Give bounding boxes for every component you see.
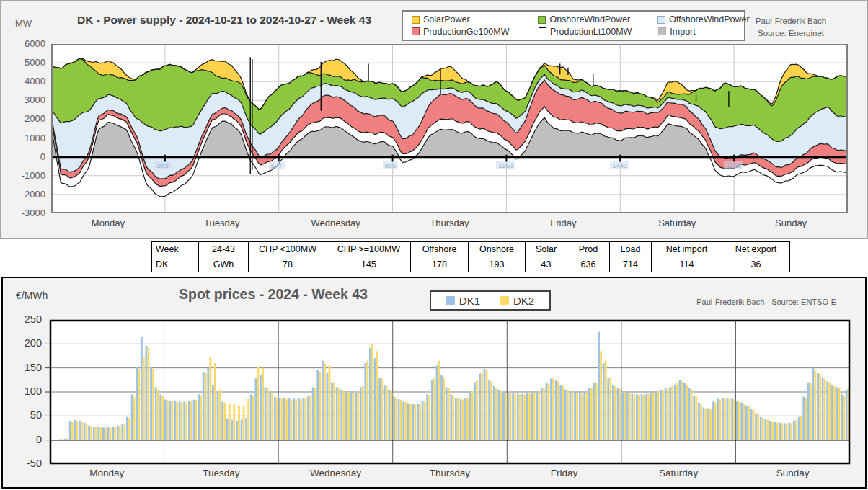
table-header-cell: Offshore — [411, 242, 469, 257]
legend-item: ProductionLt100MW — [539, 27, 658, 37]
spot-price-plot — [50, 320, 850, 464]
power-supply-plot — [51, 44, 848, 213]
axis-watermark: 865 — [383, 161, 399, 169]
legend-item: ProductionGe100MW — [412, 27, 539, 37]
axis-watermark: 577 — [269, 161, 285, 169]
power-supply-title: DK - Power supply - 2024-10-21 to 2024-1… — [55, 14, 394, 27]
dashboard: MW DK - Power supply - 2024-10-21 to 202… — [0, 0, 868, 490]
top-attribution: Paul-Frederik Bach Source: Energinet — [733, 15, 849, 39]
legend-swatch-icon — [412, 27, 420, 35]
table-value-cell: 78 — [249, 257, 327, 272]
top-y-tick-label: -1000 — [6, 170, 45, 181]
top-y-tick-label: 3000 — [6, 94, 45, 105]
top-y-tick-label: 2000 — [6, 113, 45, 124]
top-y-axis-unit: MW — [15, 18, 32, 29]
table-header-cell: CHP <100MW — [249, 242, 327, 257]
legend-swatch-icon — [539, 27, 546, 35]
bottom-day-label: Friday — [507, 468, 621, 478]
table-value-cell: GWh — [199, 257, 249, 272]
table-value-cell: 193 — [469, 257, 526, 272]
legend-item: SolarPower — [412, 14, 538, 24]
top-day-label: Thursday — [393, 218, 507, 228]
top-day-label: Saturday — [620, 218, 734, 228]
table-header-cell: Net import — [652, 242, 722, 257]
legend-item: Import — [658, 27, 744, 37]
top-day-label: Tuesday — [165, 218, 279, 228]
legend-swatch-icon — [446, 296, 455, 305]
axis-watermark: 1153 — [496, 161, 515, 169]
bottom-y-tick-label: 0 — [9, 434, 42, 445]
bottom-y-tick-label: 200 — [9, 337, 42, 349]
legend-item-label: DK2 — [513, 295, 534, 307]
bottom-y-tick-label: 150 — [9, 362, 42, 373]
legend-swatch-icon — [500, 296, 509, 305]
top-y-tick-label: 4000 — [6, 76, 45, 86]
legend-item: OnshoreWindPower — [538, 14, 657, 24]
bottom-y-tick-label: -50 — [9, 458, 42, 469]
bottom-y-tick-label: 100 — [9, 386, 42, 397]
table-header-cell: Prod — [567, 242, 610, 257]
table-header-cell: Net export — [722, 242, 790, 257]
legend-item: DK1 — [446, 295, 480, 307]
legend-item-label: ProductionGe100MW — [423, 27, 510, 37]
power-supply-panel: MW DK - Power supply - 2024-10-21 to 202… — [0, 0, 868, 239]
legend-item: DK2 — [500, 295, 534, 307]
spot-prices-title: Spot prices - 2024 - Week 43 — [111, 286, 435, 303]
top-y-tick-label: -3000 — [6, 208, 45, 218]
bottom-day-label: Wednesday — [278, 468, 393, 478]
top-y-tick-label: 1000 — [6, 133, 45, 143]
bottom-day-label: Saturday — [621, 468, 736, 478]
top-y-tick-label: 0 — [6, 151, 45, 162]
bottom-attribution: Paul-Frederik Bach - Source: ENTSO-E — [696, 297, 836, 308]
table-value-cell: 145 — [327, 257, 411, 272]
table-header-cell: Onshore — [469, 242, 526, 257]
axis-watermark: 289 — [155, 161, 171, 169]
bottom-day-label: Monday — [50, 468, 164, 478]
legend-item-label: OnshoreWindPower — [549, 14, 630, 24]
legend-item-label: Import — [670, 27, 695, 37]
legend-item-label: ProductionLt100MW — [550, 27, 632, 37]
table-value-cell: 178 — [411, 257, 469, 272]
top-day-label: Wednesday — [279, 218, 393, 228]
table-header-cell: Load — [610, 242, 652, 257]
top-day-label: Friday — [506, 218, 620, 228]
legend-swatch-icon — [658, 27, 666, 35]
table-header-cell: CHP >=100MW — [327, 242, 411, 257]
legend-item: OffshoreWindPower — [657, 14, 744, 24]
author-name: Paul-Frederik Bach — [756, 17, 826, 25]
bottom-y-tick-label: 50 — [9, 409, 42, 421]
top-day-label: Monday — [51, 218, 165, 228]
table-value-cell: 636 — [567, 257, 610, 272]
table-value-cell: 114 — [652, 257, 722, 272]
spot-prices-legend: DK1DK2 — [430, 290, 551, 311]
legend-swatch-icon — [657, 16, 665, 24]
legend-swatch-icon — [538, 16, 546, 24]
spot-prices-panel: €/MWh Spot prices - 2024 - Week 43 DK1DK… — [1, 277, 867, 489]
legend-item-label: DK1 — [459, 295, 480, 307]
legend-swatch-icon — [412, 16, 420, 24]
axis-watermark: 1441 — [610, 161, 629, 169]
top-y-tick-label: 5000 — [6, 57, 45, 68]
table-value-cell: DK — [152, 257, 199, 272]
bottom-y-tick-label: 250 — [9, 313, 42, 325]
top-day-label: Sunday — [734, 218, 848, 228]
top-y-tick-label: -2000 — [6, 189, 45, 200]
table-value-cell: 714 — [610, 257, 652, 272]
weekly-summary-table: Week24-43CHP <100MWCHP >=100MWOffshoreOn… — [151, 241, 790, 272]
table-value-cell: 36 — [722, 257, 790, 272]
bottom-y-axis-unit: €/MWh — [16, 290, 48, 301]
axis-watermark: 1729 — [724, 161, 743, 169]
top-y-tick-label: 6000 — [6, 38, 45, 49]
table-header-cell: Solar — [526, 242, 567, 257]
data-source: Source: Energinet — [758, 29, 824, 37]
bottom-day-label: Thursday — [393, 468, 508, 478]
table-value-cell: 43 — [526, 257, 567, 272]
bottom-day-label: Tuesday — [164, 468, 279, 478]
legend-item-label: SolarPower — [423, 14, 470, 24]
power-supply-legend: SolarPowerOnshoreWindPowerOffshoreWindPo… — [402, 10, 745, 41]
table-header-cell: 24-43 — [199, 242, 249, 257]
bottom-day-label: Sunday — [735, 468, 850, 478]
table-header-cell: Week — [152, 242, 199, 257]
